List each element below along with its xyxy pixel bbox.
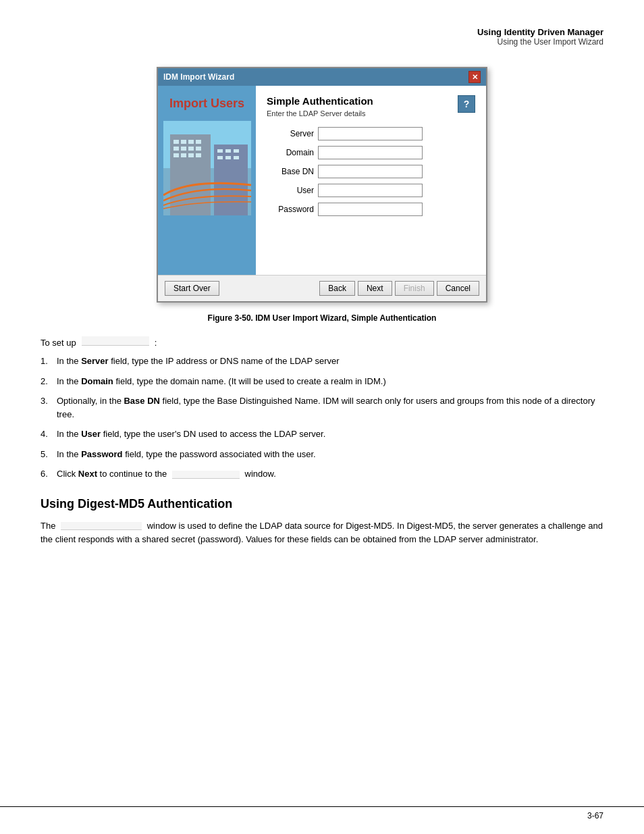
domain-field-row: Domain xyxy=(267,146,475,159)
dialog-close-button[interactable]: ✕ xyxy=(468,71,481,83)
next-button[interactable]: Next xyxy=(358,281,392,296)
svg-rect-10 xyxy=(196,147,201,151)
domain-input[interactable] xyxy=(318,146,423,159)
section2-intro: The xyxy=(41,521,58,531)
building-illustration xyxy=(163,121,251,215)
svg-rect-12 xyxy=(181,153,186,157)
password-label: Password xyxy=(267,205,314,214)
back-button[interactable]: Back xyxy=(319,281,355,296)
list-item: 3. Optionally, in the Base DN field, typ… xyxy=(41,394,603,421)
password-input[interactable] xyxy=(318,203,423,216)
dialog-wrapper: IDM Import Wizard ✕ Import Users xyxy=(41,67,603,303)
setup-placeholder xyxy=(82,336,149,346)
server-input[interactable] xyxy=(318,127,423,140)
svg-rect-2 xyxy=(214,145,248,215)
dialog-footer: Start Over Back Next Finish Cancel xyxy=(158,275,486,301)
domain-label: Domain xyxy=(267,148,314,157)
basedn-input[interactable] xyxy=(318,165,423,178)
dialog-left-panel: Import Users xyxy=(158,86,256,275)
server-label: Server xyxy=(267,129,314,138)
footer-left: Start Over xyxy=(165,281,219,296)
list-item: 4. In the User field, type the user's DN… xyxy=(41,427,603,441)
list-item: 6. Click Next to continue to the window. xyxy=(41,467,603,481)
page-header: Using Identity Driven Manager Using the … xyxy=(41,14,603,47)
finish-button[interactable]: Finish xyxy=(395,281,434,296)
server-field-row: Server xyxy=(267,127,475,140)
basedn-label: Base DN xyxy=(267,167,314,176)
section-title: Using the User Import Wizard xyxy=(41,37,603,47)
list-item: 5. In the Password field, type the passw… xyxy=(41,448,603,461)
page-footer: 3-67 xyxy=(0,806,644,820)
svg-rect-14 xyxy=(196,153,201,157)
password-field-row: Password xyxy=(267,203,475,216)
import-users-image xyxy=(163,121,251,215)
dialog-body: Import Users xyxy=(158,86,486,275)
setup-line: To set up : xyxy=(41,336,603,348)
steps-list: 1. In the Server field, type the IP addr… xyxy=(41,355,603,481)
figure-caption: Figure 3-50. IDM User Import Wizard, Sim… xyxy=(41,313,603,323)
start-over-button[interactable]: Start Over xyxy=(165,281,219,296)
svg-rect-19 xyxy=(225,156,231,159)
setup-separator: : xyxy=(155,338,157,348)
user-field-row: User xyxy=(267,184,475,197)
svg-rect-8 xyxy=(181,147,186,151)
setup-prefix: To set up xyxy=(41,338,76,348)
user-label: User xyxy=(267,186,314,195)
svg-rect-7 xyxy=(173,147,179,151)
svg-rect-4 xyxy=(181,140,186,144)
page-container: Using Identity Driven Manager Using the … xyxy=(0,0,644,834)
svg-rect-13 xyxy=(188,153,194,157)
footer-right: Back Next Finish Cancel xyxy=(319,281,479,296)
cancel-button[interactable]: Cancel xyxy=(437,281,479,296)
svg-rect-5 xyxy=(188,140,194,144)
basedn-field-row: Base DN xyxy=(267,165,475,178)
svg-rect-11 xyxy=(173,153,179,157)
svg-rect-16 xyxy=(225,149,231,153)
svg-rect-6 xyxy=(196,140,201,144)
list-item: 2. In the Domain field, type the domain … xyxy=(41,375,603,388)
svg-rect-9 xyxy=(188,147,194,151)
svg-rect-15 xyxy=(217,149,223,153)
dialog-heading: Simple Authentication xyxy=(267,95,373,107)
chapter-title: Using Identity Driven Manager xyxy=(41,27,603,37)
dialog-right-panel: Simple Authentication Enter the LDAP Ser… xyxy=(256,86,486,275)
list-item: 1. In the Server field, type the IP addr… xyxy=(41,355,603,368)
help-button[interactable]: ? xyxy=(458,95,475,113)
svg-rect-3 xyxy=(173,140,179,144)
idm-import-wizard-dialog: IDM Import Wizard ✕ Import Users xyxy=(157,67,487,303)
user-input[interactable] xyxy=(318,184,423,197)
svg-rect-18 xyxy=(217,156,223,159)
section2-heading: Using Digest-MD5 Authentication xyxy=(41,497,603,511)
svg-rect-20 xyxy=(234,156,239,159)
svg-rect-17 xyxy=(234,149,239,153)
dialog-title: IDM Import Wizard xyxy=(163,72,234,82)
import-users-title: Import Users xyxy=(163,86,251,118)
dialog-subtitle: Enter the LDAP Server details xyxy=(267,109,373,118)
dialog-titlebar: IDM Import Wizard ✕ xyxy=(158,68,486,86)
section2-body: The window is used to define the LDAP da… xyxy=(41,519,603,548)
page-number: 3-67 xyxy=(587,811,603,820)
